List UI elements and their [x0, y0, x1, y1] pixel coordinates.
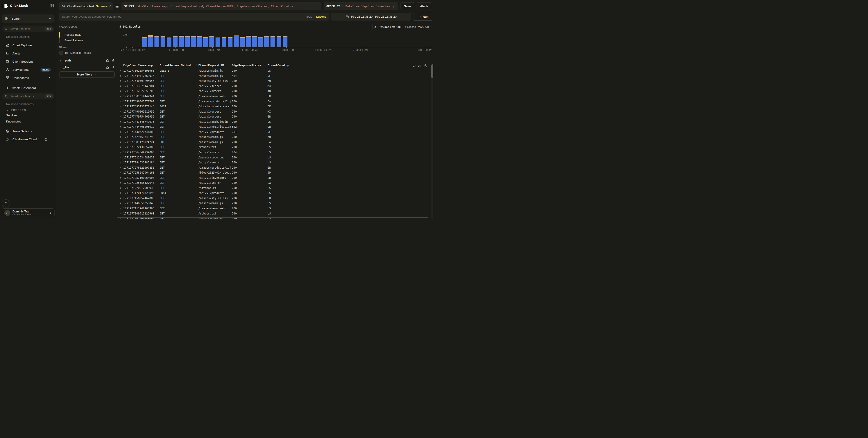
table-row[interactable]: 1771977562054696960DELETE/assets/main.js…: [117, 68, 430, 73]
histogram-bar[interactable]: [246, 36, 251, 47]
resume-live-tail-button[interactable]: Resume Live Tail: [372, 24, 402, 30]
row-expand-chevron-icon[interactable]: [119, 131, 122, 133]
table-row[interactable]: 1771977496047072768GET/images/products/2…: [117, 99, 430, 104]
table-row[interactable]: 1771977276623097856GET/images/products/1…: [117, 165, 430, 170]
help-button[interactable]: ?: [2, 199, 10, 207]
saved-searches-input[interactable]: ⌘ K: [2, 26, 54, 32]
table-row[interactable]: 1771977540501293056GET/assets/styles.css…: [117, 78, 430, 83]
saved-searches-field[interactable]: [10, 27, 43, 31]
row-expand-chevron-icon[interactable]: [119, 105, 122, 108]
saved-dashboards-input[interactable]: ⌘ K: [2, 93, 54, 99]
histogram-bar[interactable]: [234, 35, 239, 47]
table-row[interactable]: 1771977549717662976GET/assets/main.js404…: [117, 73, 430, 79]
histogram-bar[interactable]: [271, 36, 275, 47]
field-chart-icon[interactable]: [106, 59, 109, 62]
sidebar-item-alerts[interactable]: Alerts: [2, 49, 55, 57]
row-expand-chevron-icon[interactable]: [119, 70, 122, 72]
histogram-bar[interactable]: [277, 36, 281, 47]
row-expand-chevron-icon[interactable]: [119, 202, 122, 205]
histogram-bar[interactable]: [191, 36, 196, 47]
row-expand-chevron-icon[interactable]: [119, 161, 122, 164]
row-expand-chevron-icon[interactable]: [119, 126, 122, 128]
table-row[interactable]: 1771977258347964160GET/blog/2025/01/rele…: [117, 170, 430, 175]
field-pin-icon[interactable]: [112, 66, 115, 69]
histogram-bar[interactable]: [252, 36, 257, 47]
histogram-bar[interactable]: [179, 36, 184, 47]
histogram-bar[interactable]: [240, 37, 245, 47]
table-row[interactable]: 1771977220512903936GET/sitemap.xml200US: [117, 186, 430, 191]
more-filters-button[interactable]: More filters: [59, 71, 115, 77]
table-row[interactable]: 1771977479754461952GET/api/v1/orders200G…: [117, 114, 430, 119]
histogram-bar[interactable]: [142, 37, 147, 47]
table-row[interactable]: 1771977429451649792GET/assets/main.js200…: [117, 134, 430, 140]
sidebar-item-service-map[interactable]: Service Map BETA: [2, 66, 55, 73]
row-expand-chevron-icon[interactable]: [119, 90, 122, 93]
event-search-input[interactable]: SQL Lucene: [59, 13, 329, 21]
table-row[interactable]: 1771977430320741888GET/api/v1/products20…: [117, 130, 430, 135]
run-button[interactable]: Run: [413, 13, 433, 21]
table-row[interactable]: 1771977294632285184GET/api/v1/search200U…: [117, 160, 430, 165]
row-expand-chevron-icon[interactable]: [119, 136, 122, 138]
histogram-bar[interactable]: [203, 37, 208, 47]
event-search-field[interactable]: [62, 15, 304, 18]
table-row[interactable]: 1771977170170320896POST/api/v1/products2…: [117, 191, 430, 196]
horizontal-scrollbar-thumb[interactable]: [117, 217, 428, 218]
row-expand-chevron-icon[interactable]: [119, 85, 122, 87]
table-row[interactable]: 1771977501019442944GET/images/hero.webp2…: [117, 94, 430, 99]
preset-item-kubernetes[interactable]: Kubernetes: [6, 120, 21, 123]
lucene-toggle[interactable]: Lucene: [316, 15, 326, 18]
row-expand-chevron-icon[interactable]: [119, 212, 122, 215]
table-row[interactable]: 1771977109915123968GET/robots.txt200US: [117, 211, 430, 216]
table-row[interactable]: 1771977447543742976GET/api/v1/auth/login…: [117, 119, 430, 124]
table-row[interactable]: 1771977257100864000GET/api/v1/inventory2…: [117, 175, 430, 180]
row-expand-chevron-icon[interactable]: [119, 187, 122, 189]
histogram-bar[interactable]: [161, 36, 165, 47]
sidebar-item-search[interactable]: Search: [2, 14, 55, 23]
row-expand-chevron-icon[interactable]: [119, 95, 122, 98]
histogram-bar[interactable]: [258, 37, 263, 47]
row-expand-chevron-icon[interactable]: [119, 100, 122, 103]
row-expand-chevron-icon[interactable]: [119, 75, 122, 77]
histogram-bar[interactable]: [148, 35, 153, 47]
row-expand-chevron-icon[interactable]: [119, 146, 122, 148]
row-expand-chevron-icon[interactable]: [119, 207, 122, 210]
histogram-bar[interactable]: [185, 36, 190, 47]
sidebar-item-chart-explorer[interactable]: Chart Explorer: [2, 41, 55, 49]
row-expand-chevron-icon[interactable]: [119, 110, 122, 113]
sql-toggle[interactable]: SQL: [306, 15, 312, 18]
table-row[interactable]: 1771977111948904960GET/images/hero.webp2…: [117, 206, 430, 211]
column-header[interactable]: EdgeResponseStatus: [232, 64, 261, 67]
histogram-bar[interactable]: [283, 36, 287, 47]
source-selector[interactable]: Cloudflare Logs Test Schema: [59, 2, 113, 10]
query-settings-gear-icon[interactable]: [115, 4, 119, 8]
table-row[interactable]: 1771977512627859200GET/api/v1/orders200A…: [117, 89, 430, 94]
table-row[interactable]: 1771977146659959040GET/assets/main.js200…: [117, 201, 430, 206]
table-row[interactable]: 1771977372136857088GET/robots.txt200US: [117, 145, 430, 150]
user-menu[interactable]: DT Dominic Tran ClickStack Demo: [2, 208, 55, 217]
histogram-bar[interactable]: [216, 37, 220, 47]
row-expand-chevron-icon[interactable]: [119, 192, 122, 194]
table-row[interactable]: 1771977364549739008GET/api/v1/users404US: [117, 150, 430, 155]
row-expand-chevron-icon[interactable]: [119, 141, 122, 143]
table-row[interactable]: 1771977490563613952GET/api/v1/orders200M…: [117, 109, 430, 114]
row-expand-chevron-icon[interactable]: [119, 121, 122, 123]
mode-event-patterns[interactable]: Event Patterns: [59, 37, 114, 43]
select-clause-input[interactable]: SELECT EdgeStartTimestamp, ClientRequest…: [121, 2, 321, 10]
row-expand-chevron-icon[interactable]: [119, 176, 122, 179]
row-expand-chevron-icon[interactable]: [119, 80, 122, 82]
table-row[interactable]: 1771977381128724224PUT/assets/main.js200…: [117, 140, 430, 145]
filter-field-file[interactable]: _file: [59, 65, 115, 70]
filter-field-path[interactable]: _path: [59, 58, 115, 63]
create-dashboard-button[interactable]: Create Dashboard: [2, 84, 55, 92]
preset-item-services[interactable]: Services: [6, 114, 18, 117]
sidebar-item-client-sessions[interactable]: Client Sessions: [2, 58, 55, 65]
alerts-button[interactable]: Alerts: [416, 2, 432, 10]
denoise-checkbox[interactable]: [59, 51, 63, 55]
table-row[interactable]: 1771977495137478144POST/docs/api-referen…: [117, 104, 430, 109]
save-button[interactable]: Save: [401, 2, 414, 10]
field-pin-icon[interactable]: [112, 59, 115, 62]
vertical-scrollbar-thumb[interactable]: [431, 64, 433, 78]
sidebar-collapse-icon[interactable]: [50, 4, 54, 8]
presets-toggle[interactable]: PRESETS: [6, 109, 26, 111]
histogram-bar[interactable]: [173, 36, 178, 47]
